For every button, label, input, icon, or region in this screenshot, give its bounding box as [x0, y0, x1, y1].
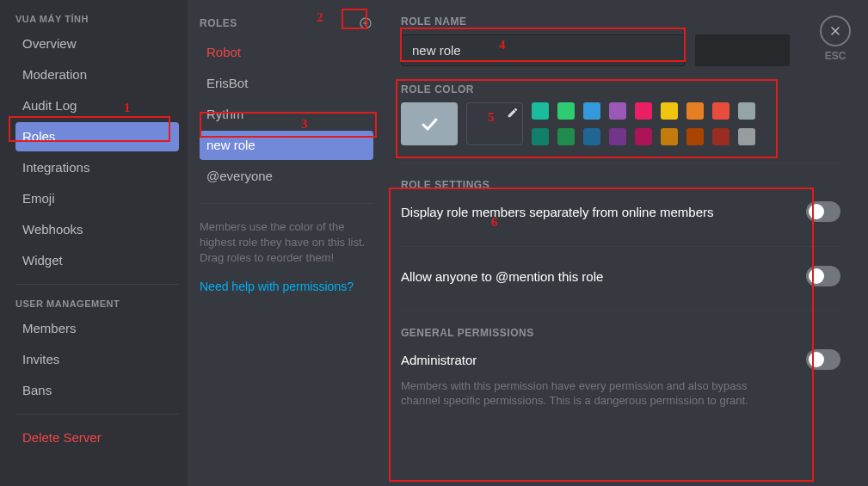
color-swatch[interactable]	[686, 102, 704, 120]
add-role-icon[interactable]	[358, 15, 373, 31]
setting-allow-mention: Allow anyone to @mention this role	[401, 269, 603, 284]
roles-header-label: ROLES	[200, 17, 237, 29]
sidebar-item-moderation[interactable]: Moderation	[15, 60, 179, 89]
divider	[15, 414, 179, 415]
role-item-everyone[interactable]: @everyone	[200, 162, 373, 191]
sidebar-item-invites[interactable]: Invites	[15, 345, 179, 374]
sidebar-item-audit-log[interactable]: Audit Log	[15, 91, 179, 120]
toggle-administrator[interactable]	[806, 349, 840, 370]
color-swatch[interactable]	[661, 102, 678, 120]
divider	[401, 246, 840, 247]
role-item-erisbot[interactable]: ErisBot	[200, 69, 373, 98]
toggle-allow-mention[interactable]	[806, 266, 840, 286]
role-name-input[interactable]	[401, 34, 685, 66]
role-item-robot[interactable]: Robot	[200, 38, 373, 67]
color-swatch[interactable]	[738, 102, 755, 120]
roles-list-column: ROLES Robot ErisBot Rythm new role @ever…	[188, 0, 385, 486]
divider	[401, 163, 840, 163]
color-default-swatch[interactable]	[401, 102, 458, 145]
sidebar-item-emoji[interactable]: Emoji	[15, 184, 179, 213]
color-swatch[interactable]	[532, 128, 549, 145]
color-swatch[interactable]	[661, 128, 678, 145]
general-permissions-label: GENERAL PERMISSIONS	[401, 327, 840, 339]
sidebar-item-widget[interactable]: Widget	[15, 246, 179, 275]
perm-administrator-desc: Members with this permission have every …	[401, 378, 762, 408]
roles-help-link[interactable]: Need help with permissions?	[200, 280, 373, 293]
divider	[200, 203, 373, 204]
color-swatch[interactable]	[583, 128, 600, 145]
color-swatch[interactable]	[532, 102, 549, 120]
role-editor: ROLE NAME ROLE COLOR ROLE SETTINGS Displ…	[385, 0, 868, 486]
divider	[401, 311, 840, 311]
setting-display-separately: Display role members separately from onl…	[401, 205, 713, 219]
close-label: ESC	[820, 50, 851, 62]
role-settings-label: ROLE SETTINGS	[401, 179, 840, 191]
sidebar-item-members[interactable]: Members	[15, 314, 179, 343]
color-swatch[interactable]	[635, 102, 652, 120]
sidebar-item-bans[interactable]: Bans	[15, 376, 179, 405]
role-item-new-role[interactable]: new role	[200, 131, 373, 160]
color-swatch[interactable]	[609, 102, 626, 120]
sidebar-item-roles[interactable]: Roles	[15, 122, 179, 151]
color-swatch[interactable]	[557, 128, 575, 145]
perm-administrator: Administrator	[401, 353, 477, 367]
sidebar-item-integrations[interactable]: Integrations	[15, 153, 179, 182]
color-swatch[interactable]	[583, 102, 600, 120]
color-swatch[interactable]	[635, 128, 652, 145]
divider	[15, 284, 179, 285]
sidebar-item-delete-server[interactable]: Delete Server	[15, 423, 179, 452]
sidebar-item-overview[interactable]: Overview	[15, 29, 179, 58]
settings-sidebar: VUA MÁY TÍNH Overview Moderation Audit L…	[0, 0, 188, 486]
color-swatch[interactable]	[712, 102, 729, 120]
color-custom-picker[interactable]	[466, 102, 523, 145]
role-name-label: ROLE NAME	[401, 15, 840, 28]
color-swatch[interactable]	[738, 128, 755, 145]
close-button[interactable]	[820, 15, 851, 46]
color-swatch[interactable]	[609, 128, 626, 145]
color-swatch[interactable]	[712, 128, 729, 145]
sidebar-section-title: VUA MÁY TÍNH	[15, 9, 179, 28]
sidebar-section-user-mgmt: USER MANAGEMENT	[15, 293, 179, 312]
sidebar-item-webhooks[interactable]: Webhooks	[15, 215, 179, 244]
toggle-display-separately[interactable]	[806, 201, 840, 222]
color-swatch-grid	[532, 102, 755, 145]
role-name-preview	[695, 34, 790, 66]
role-item-rythm[interactable]: Rythm	[200, 100, 373, 129]
color-swatch[interactable]	[557, 102, 575, 120]
color-swatch[interactable]	[686, 128, 704, 145]
roles-reorder-note: Members use the color of the highest rol…	[200, 219, 373, 266]
role-color-label: ROLE COLOR	[401, 83, 840, 95]
